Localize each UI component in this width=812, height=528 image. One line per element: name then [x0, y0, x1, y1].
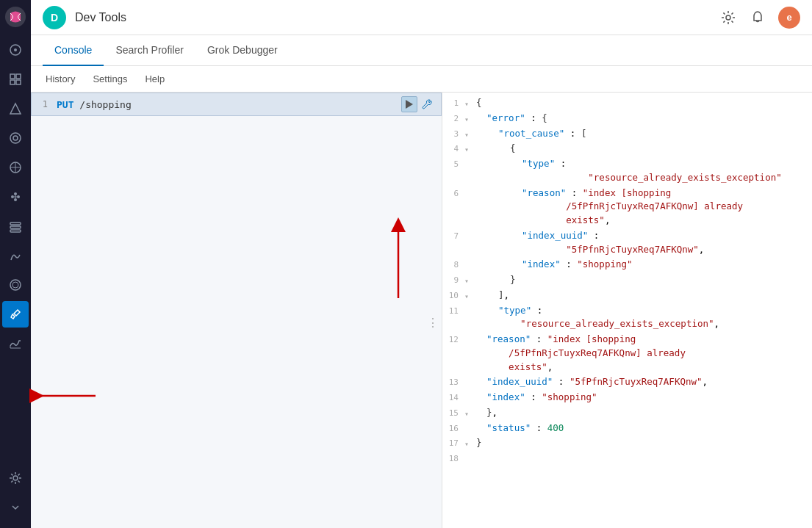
user-avatar-e[interactable]: e: [778, 7, 800, 29]
resp-line-10: 10 ▾ ],: [442, 288, 812, 303]
resp-line-1: 1 ▾ {: [442, 95, 812, 111]
editor-area: 1 PUT /shopping: [31, 92, 812, 528]
settings-button[interactable]: Settings: [90, 72, 130, 86]
svg-marker-7: [10, 104, 21, 114]
notifications-icon[interactable]: [749, 9, 766, 26]
svg-point-15: [14, 192, 17, 195]
resp-line-9: 9 ▾ }: [442, 272, 812, 288]
resp-line-15: 15 ▾ },: [442, 405, 812, 421]
help-button[interactable]: Help: [142, 72, 168, 86]
svg-rect-4: [16, 74, 21, 79]
svg-rect-19: [10, 223, 21, 225]
header-icons: e: [719, 7, 800, 29]
resp-line-18: 18: [442, 451, 812, 466]
sidebar-item-ml[interactable]: [2, 184, 29, 210]
resp-line-3: 3 ▾ "root_cause" : [: [442, 126, 812, 142]
tab-console[interactable]: Console: [43, 35, 104, 66]
resp-line-2: 2 ▾ "error" : {: [442, 111, 812, 126]
svg-point-8: [10, 133, 21, 143]
sidebar-item-dashboard[interactable]: [2, 66, 29, 93]
resp-line-16: 16 "status" : 400: [442, 421, 812, 436]
resp-line-17: 17 ▾ }: [442, 435, 812, 451]
resp-line-13: 13 "index_uuid" : "5fPfnRjcTuyxReq7AFKQn…: [442, 375, 812, 390]
svg-point-14: [17, 195, 20, 198]
vertical-dots-menu[interactable]: ⋮: [424, 312, 442, 332]
app-title: Dev Tools: [75, 11, 719, 24]
resp-line-11: 11 "type" : "resource_already_exists_exc…: [442, 303, 812, 333]
resp-line-6: 6 "reason" : "index [shopping /5fPfnRjcT…: [442, 186, 812, 228]
sidebar-item-discover[interactable]: [2, 37, 29, 63]
query-line-number: 1: [32, 99, 54, 109]
query-actions: [401, 96, 441, 112]
svg-point-9: [13, 136, 18, 140]
resp-line-7: 7 "index_uuid" : "5fPfnRjcTuyxReq7AFKQnw…: [442, 228, 812, 258]
query-path: /shopping: [79, 99, 131, 110]
app-header: D Dev Tools e: [31, 0, 812, 35]
svg-point-24: [726, 15, 730, 20]
toolbar: History Settings Help: [31, 66, 812, 92]
resp-line-12: 12 "reason" : "index [shopping /5fPfnRjc…: [442, 332, 812, 375]
query-method: PUT: [57, 99, 73, 110]
svg-marker-25: [406, 100, 413, 109]
svg-point-16: [14, 198, 17, 201]
resp-line-4: 4 ▾ {: [442, 141, 812, 156]
sidebar-item-collapse[interactable]: [2, 494, 29, 521]
svg-rect-20: [10, 226, 21, 228]
sidebar-item-visualize[interactable]: [2, 95, 29, 122]
sidebar-item-canvas[interactable]: [2, 125, 29, 151]
tab-bar: Console Search Profiler Grok Debugger: [31, 35, 812, 66]
history-button[interactable]: History: [43, 72, 78, 86]
query-body-area[interactable]: ⋮: [31, 116, 442, 528]
svg-point-23: [13, 476, 18, 480]
resp-line-5: 5 "type" : "resource_already_exists_exce…: [442, 156, 812, 186]
resp-line-8: 8 "index" : "shopping": [442, 257, 812, 272]
query-panel: 1 PUT /shopping: [31, 93, 442, 528]
resp-line-14: 14 "index" : "shopping": [442, 390, 812, 405]
sidebar-item-management[interactable]: [2, 465, 29, 491]
sidebar-item-monitoring[interactable]: [2, 330, 29, 357]
tab-grok-debugger[interactable]: Grok Debugger: [195, 35, 290, 66]
svg-point-2: [14, 48, 17, 51]
run-button[interactable]: [401, 96, 417, 112]
sidebar-item-apm[interactable]: [2, 242, 29, 269]
query-line-1[interactable]: 1 PUT /shopping: [31, 93, 442, 116]
sidebar: [0, 0, 31, 528]
svg-rect-5: [10, 80, 15, 84]
sidebar-item-logs[interactable]: [2, 272, 29, 298]
user-avatar-d[interactable]: D: [43, 6, 66, 29]
tab-search-profiler[interactable]: Search Profiler: [104, 35, 195, 66]
response-panel[interactable]: 1 ▾ { 2 ▾ "error" : { 3 ▾ "root_cause" :…: [442, 93, 812, 528]
svg-point-13: [11, 195, 14, 198]
sidebar-item-infrastructure[interactable]: [2, 213, 29, 239]
wrench-button[interactable]: [419, 96, 435, 112]
logo[interactable]: [4, 6, 26, 28]
query-method-path: PUT /shopping: [54, 99, 401, 110]
svg-rect-3: [10, 74, 15, 79]
sidebar-item-maps[interactable]: [2, 154, 29, 181]
svg-rect-6: [16, 80, 21, 84]
main-content: D Dev Tools e Console Search Profiler Gr…: [31, 0, 812, 528]
settings-icon[interactable]: [719, 9, 737, 26]
svg-rect-21: [10, 230, 21, 232]
svg-point-22: [10, 280, 21, 290]
sidebar-item-devtools[interactable]: [2, 301, 29, 328]
